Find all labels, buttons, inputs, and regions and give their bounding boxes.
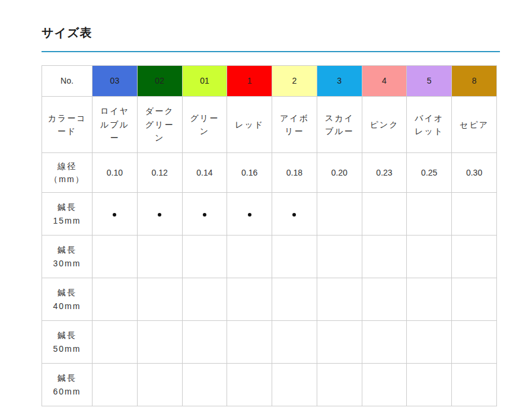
table-row-length: 鍼長 15mm: [42, 193, 497, 236]
diameter-cell: 0.14: [182, 153, 227, 193]
availability-cell: [452, 278, 497, 321]
corner-cell: No.: [42, 66, 93, 97]
color-swatch-cell: 01: [182, 66, 227, 97]
availability-cell: [452, 236, 497, 278]
availability-cell: [182, 193, 227, 236]
diameter-cell: 0.10: [93, 153, 138, 193]
color-name-cell: グリー ン: [182, 97, 227, 153]
row-label-cell: 鍼長 60mm: [42, 364, 93, 406]
availability-cell: [182, 278, 227, 321]
row-label-cell: 鍼長 50mm: [42, 321, 93, 364]
row-label-cell: 鍼長 15mm: [42, 193, 93, 236]
table-row-color-name: カラーコ ードロイヤ ルブル ーダーク グリー ングリー ンレッドアイボ リース…: [42, 97, 497, 153]
table-row-length: 鍼長 40mm: [42, 278, 497, 321]
availability-cell: [317, 321, 362, 364]
row-label-cell: 線径 （mm）: [42, 153, 93, 193]
availability-dot-icon: [158, 213, 161, 217]
color-swatch-cell: 5: [407, 66, 452, 97]
row-label-cell: 鍼長 40mm: [42, 278, 93, 321]
availability-cell: [407, 278, 452, 321]
availability-cell: [317, 278, 362, 321]
availability-cell: [182, 364, 227, 406]
diameter-cell: 0.30: [452, 153, 497, 193]
availability-cell: [362, 193, 407, 236]
color-swatch-cell: 8: [452, 66, 497, 97]
availability-cell: [362, 278, 407, 321]
availability-cell: [317, 236, 362, 278]
table-row-length: 鍼長 60mm: [42, 364, 497, 406]
availability-cell: [362, 321, 407, 364]
availability-cell: [227, 193, 272, 236]
availability-cell: [93, 364, 138, 406]
availability-cell: [137, 278, 182, 321]
availability-cell: [272, 278, 317, 321]
availability-cell: [227, 364, 272, 406]
availability-cell: [362, 364, 407, 406]
availability-cell: [137, 236, 182, 278]
color-swatch-cell: 3: [317, 66, 362, 97]
table-row-diameter: 線径 （mm）0.100.120.140.160.180.200.230.250…: [42, 153, 497, 193]
color-swatch-cell: 2: [272, 66, 317, 97]
availability-cell: [93, 193, 138, 236]
availability-cell: [407, 321, 452, 364]
availability-cell: [452, 364, 497, 406]
diameter-cell: 0.25: [407, 153, 452, 193]
availability-dot-icon: [248, 213, 251, 217]
color-name-cell: ピンク: [362, 97, 407, 153]
availability-cell: [362, 236, 407, 278]
diameter-cell: 0.23: [362, 153, 407, 193]
availability-cell: [407, 364, 452, 406]
availability-cell: [137, 364, 182, 406]
color-name-cell: セピア: [452, 97, 497, 153]
availability-cell: [317, 364, 362, 406]
color-swatch-cell: 03: [93, 66, 138, 97]
size-table: No.030201123458カラーコ ードロイヤ ルブル ーダーク グリー ン…: [42, 65, 497, 406]
availability-cell: [407, 193, 452, 236]
availability-cell: [93, 321, 138, 364]
color-swatch-cell: 02: [137, 66, 182, 97]
availability-dot-icon: [113, 213, 116, 217]
availability-cell: [452, 193, 497, 236]
availability-cell: [272, 193, 317, 236]
availability-cell: [227, 278, 272, 321]
availability-cell: [272, 364, 317, 406]
availability-cell: [137, 321, 182, 364]
page: サイズ表 No.030201123458カラーコ ードロイヤ ルブル ーダーク …: [0, 0, 529, 406]
availability-cell: [93, 236, 138, 278]
color-swatch-cell: 4: [362, 66, 407, 97]
table-row-length: 鍼長 50mm: [42, 321, 497, 364]
availability-cell: [93, 278, 138, 321]
diameter-cell: 0.16: [227, 153, 272, 193]
availability-cell: [272, 236, 317, 278]
size-table-body: No.030201123458カラーコ ードロイヤ ルブル ーダーク グリー ン…: [42, 66, 497, 406]
availability-cell: [182, 236, 227, 278]
availability-cell: [407, 236, 452, 278]
availability-cell: [227, 321, 272, 364]
table-row-length: 鍼長 30mm: [42, 236, 497, 278]
availability-dot-icon: [203, 213, 206, 217]
color-name-cell: レッド: [227, 97, 272, 153]
color-name-cell: ロイヤ ルブル ー: [93, 97, 138, 153]
color-name-cell: ダーク グリー ン: [137, 97, 182, 153]
color-name-cell: バイオ レット: [407, 97, 452, 153]
availability-cell: [317, 193, 362, 236]
page-title: サイズ表: [42, 25, 529, 41]
row-label-cell: カラーコ ード: [42, 97, 93, 153]
diameter-cell: 0.12: [137, 153, 182, 193]
availability-cell: [272, 321, 317, 364]
availability-cell: [137, 193, 182, 236]
diameter-cell: 0.18: [272, 153, 317, 193]
availability-cell: [452, 321, 497, 364]
availability-dot-icon: [292, 213, 296, 217]
table-row-no: No.030201123458: [42, 66, 497, 97]
availability-cell: [182, 321, 227, 364]
diameter-cell: 0.20: [317, 153, 362, 193]
title-underline: [42, 51, 500, 52]
availability-cell: [227, 236, 272, 278]
color-name-cell: スカイ ブルー: [317, 97, 362, 153]
row-label-cell: 鍼長 30mm: [42, 236, 93, 278]
color-name-cell: アイボ リー: [272, 97, 317, 153]
color-swatch-cell: 1: [227, 66, 272, 97]
